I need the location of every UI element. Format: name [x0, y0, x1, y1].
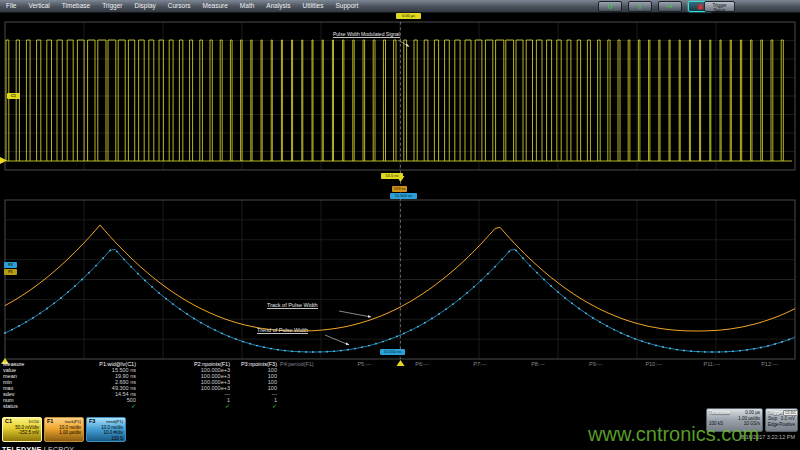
- cell-status-p2: ✓: [137, 403, 231, 409]
- f3-points: 100 S: [89, 436, 123, 442]
- f3-label: F3: [89, 419, 95, 425]
- c1-offset: -152.5 mV: [5, 430, 39, 436]
- undo-icon-glyph: ↺: [607, 3, 613, 10]
- f3-descriptor-box[interactable]: F3 trend(P1) 10.0 ns/div 10.0 #/div 100 …: [86, 417, 126, 442]
- teledyne-lecroy-logo: TELEDYNELECROY: [2, 438, 74, 450]
- recall-waveform-icon-glyph: ↪: [667, 3, 673, 10]
- menu-item-trigger[interactable]: Trigger: [96, 0, 128, 12]
- menu-item-support[interactable]: Support: [329, 0, 364, 12]
- cell-status-p1: ✓: [57, 403, 137, 409]
- f1-function: track(P1): [65, 419, 81, 425]
- annotation-trend: Trend of Pulse Width: [257, 327, 308, 334]
- trigger-setup-label-2: Setup: [705, 8, 734, 13]
- f3-trace-label[interactable]: F3: [4, 262, 17, 268]
- trigger-time-tag[interactable]: 0.00 µs: [396, 13, 421, 19]
- trigger-title: Trigger: [768, 410, 783, 416]
- undo-icon[interactable]: ↺: [598, 1, 622, 12]
- save-waveform-icon[interactable]: ⇩: [628, 1, 652, 12]
- measure-table: MeasureP1:wid@lv(C1)P2:npoints(F1)P3:npo…: [1, 361, 799, 409]
- trigger-type: Edge: [768, 422, 779, 428]
- timebase-delay: 0.00 µs: [745, 410, 760, 416]
- cursor-tag-f3[interactable]: 15.500 ns: [390, 193, 417, 199]
- cell-status-p10: [625, 403, 683, 409]
- oscilloscope-screen: FileVerticalTimebaseTriggerDisplayCursor…: [0, 0, 800, 450]
- f1-label: F1: [47, 419, 53, 425]
- menu-item-analysis[interactable]: Analysis: [260, 0, 296, 12]
- menu-item-math[interactable]: Math: [234, 0, 260, 12]
- c1-coupling: DC50: [29, 419, 39, 425]
- cell-status-p3: ✓: [231, 403, 278, 409]
- annotation-track: Track of Pulse Width: [267, 302, 318, 309]
- menu-item-cursors[interactable]: Cursors: [162, 0, 197, 12]
- menu-item-utilities[interactable]: Utilities: [297, 0, 330, 12]
- menu-item-measure[interactable]: Measure: [197, 0, 234, 12]
- timebase-title: Timebase: [709, 410, 730, 416]
- cursor-tag-f1[interactable]: 19.9 ns: [392, 186, 407, 192]
- trigger-setup-button[interactable]: Trigger Setup: [704, 1, 735, 12]
- trigger-box[interactable]: Trigger C1 DC Stop 0.0 mV Edge Positive: [765, 408, 798, 432]
- trigger-slope: Positive: [779, 422, 795, 428]
- cell-status-p9: [567, 403, 625, 409]
- cell-status-p6: [394, 403, 452, 409]
- menu-item-timebase[interactable]: Timebase: [56, 0, 96, 12]
- cell-status-p8: [510, 403, 568, 409]
- menu-item-display[interactable]: Display: [128, 0, 161, 12]
- menu-item-vertical[interactable]: Vertical: [22, 0, 55, 12]
- cell-status-p5: [336, 403, 394, 409]
- save-waveform-icon-glyph: ⇩: [637, 3, 643, 10]
- hardcopy-icon-glyph: ▣: [697, 3, 704, 10]
- f3-function: trend(P1): [106, 419, 123, 425]
- cell-status-p4: [278, 403, 336, 409]
- watermark: www.cntronics.com: [588, 423, 759, 445]
- recall-waveform-icon[interactable]: ↪: [658, 1, 682, 12]
- toolbar: ↺⇩↪▣: [598, 1, 712, 12]
- c1-trace-label[interactable]: C1: [7, 93, 20, 99]
- cell-status-p7: [452, 403, 510, 409]
- cursor-tag-bottom[interactable]: 15.500 ns: [380, 349, 405, 355]
- menu-item-file[interactable]: File: [0, 0, 22, 12]
- cursor-tag-c1[interactable]: 15.5 ns: [381, 173, 403, 179]
- annotation-pwm: Pulse Width Modulated Signal: [333, 31, 400, 38]
- c1-label: C1: [5, 419, 12, 425]
- row-label-status: status: [1, 403, 57, 409]
- f1-trace-label[interactable]: F1: [4, 269, 17, 275]
- f1-hscale: 1.00 µs/div: [47, 430, 81, 436]
